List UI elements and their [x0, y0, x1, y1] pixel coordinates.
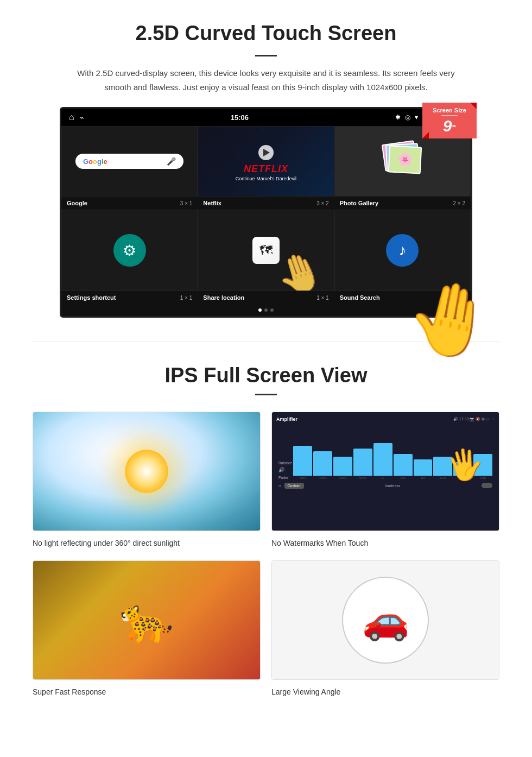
- section-curved-touch-screen: 2.5D Curved Touch Screen With 2.5D curve…: [0, 0, 532, 336]
- gallery-label: Photo Gallery 2 × 2: [334, 197, 471, 210]
- amp-title: Amplifier: [276, 417, 297, 422]
- features-grid: No light reflecting under 360° direct su…: [33, 412, 499, 698]
- share-app-size: 1 × 1: [316, 295, 329, 301]
- netflix-play-button[interactable]: [258, 145, 274, 160]
- google-logo: Google: [83, 157, 107, 166]
- section-separator: [33, 342, 499, 342]
- bluetooth-icon: ✱: [395, 113, 401, 121]
- app-labels-row-2: Settings shortcut 1 × 1 Share location 1…: [61, 291, 471, 304]
- share-app-name: Share location: [203, 294, 244, 301]
- sound-label: Sound Search 1 × 1: [334, 291, 471, 304]
- car-circle: 🚗: [342, 577, 429, 664]
- car-display: 🚗: [272, 561, 499, 679]
- status-time: 15:06: [231, 113, 249, 122]
- car-top-view-icon: 🚗: [362, 598, 409, 642]
- netflix-app-name: Netflix: [203, 200, 221, 206]
- gear-icon: ⚙: [123, 242, 136, 260]
- car-label: Large Viewing Angle: [271, 685, 499, 698]
- dot-3: [270, 308, 274, 312]
- badge-size: 9: [443, 117, 452, 135]
- google-search-bar[interactable]: Google 🎤: [75, 154, 183, 169]
- settings-icon-circle: ⚙: [113, 234, 146, 267]
- netflix-label: Netflix 3 × 2: [198, 197, 334, 210]
- device-mockup: Screen Size 9" ⌂ ⌁ 15:06 ✱ ◎ ▾ 📷 🔊 ⊠: [60, 107, 472, 318]
- sun-bright: [125, 450, 168, 493]
- amplifier-display: Amplifier 🔊 17:33 📷 🔇 ⊠ ▭ → Balance 🔊 Fa…: [272, 412, 499, 531]
- netflix-app-size: 3 × 2: [316, 200, 329, 206]
- settings-app-name: Settings shortcut: [67, 294, 116, 301]
- badge-divider: [441, 115, 458, 116]
- status-left: ⌂ ⌁: [69, 112, 84, 122]
- cheetah-emoji: 🐆: [119, 595, 174, 646]
- settings-app-size: 1 × 1: [180, 295, 193, 301]
- sound-app-size: 1 × 1: [453, 295, 465, 301]
- settings-label: Settings shortcut 1 × 1: [61, 291, 198, 304]
- loudness-label: loudness: [385, 484, 400, 488]
- car-image: 🚗: [271, 560, 499, 680]
- dot-1: [258, 308, 262, 312]
- section-ips-full-screen: IPS Full Screen View No light reflecting…: [0, 348, 532, 709]
- cheetah-image: 🐆: [33, 560, 261, 680]
- gps-icon: ◎: [405, 113, 410, 121]
- wifi-icon: ▾: [415, 113, 418, 121]
- usb-icon: ⌁: [80, 113, 84, 122]
- amp-header: Amplifier 🔊 17:33 📷 🔇 ⊠ ▭ →: [276, 417, 495, 422]
- share-label: Share location 1 × 1: [198, 291, 334, 304]
- google-label: Google 3 × 1: [61, 197, 198, 210]
- gallery-app-name: Photo Gallery: [340, 200, 379, 206]
- badge-unit: ": [452, 124, 457, 133]
- google-app-size: 3 × 1: [180, 200, 193, 206]
- play-triangle-icon: [263, 149, 270, 156]
- status-bar: ⌂ ⌁ 15:06 ✱ ◎ ▾ 📷 🔊 ⊠ ▭: [61, 109, 471, 126]
- dot-2: [264, 308, 268, 312]
- flower-icon: 🌸: [397, 152, 413, 167]
- mic-icon[interactable]: 🎤: [167, 157, 176, 166]
- cheetah-display: 🐆: [33, 561, 260, 679]
- cheetah-label: Super Fast Response: [33, 685, 261, 698]
- netflix-logo: NETFLIX: [236, 163, 296, 175]
- app-grid-bottom: ⚙ 🗺 🤚 ♪: [61, 210, 471, 291]
- app-labels-row-1: Google 3 × 1 Netflix 3 × 2 Photo Gallery…: [61, 197, 471, 210]
- hand-and-maps: 🗺 🤚: [198, 210, 333, 291]
- sunlight-label: No light reflecting under 360° direct su…: [33, 537, 261, 550]
- google-cell[interactable]: Google 🎤: [61, 126, 198, 197]
- section1-title: 2.5D Curved Touch Screen: [33, 22, 499, 45]
- photo-card-3: 🌸: [388, 145, 422, 174]
- badge-corner-tr: [470, 103, 477, 109]
- photo-stack: 🌸: [381, 140, 424, 183]
- app-grid-top: Google 🎤 NETFLIX Continue Marvel's Dared…: [61, 126, 471, 197]
- google-app-name: Google: [67, 200, 87, 206]
- settings-cell[interactable]: ⚙: [61, 210, 198, 291]
- sound-app-name: Sound Search: [340, 294, 380, 301]
- pagination-dots: [61, 304, 471, 316]
- sound-icon-circle: ♪: [386, 234, 419, 267]
- share-location-cell[interactable]: 🗺 🤚: [198, 210, 334, 291]
- maps-g-icon: 🗺: [259, 243, 273, 258]
- amp-status: 🔊 17:33 📷 🔇 ⊠ ▭ →: [453, 417, 495, 421]
- feature-car: 🚗 Large Viewing Angle: [271, 560, 499, 698]
- device-screen: ⌂ ⌁ 15:06 ✱ ◎ ▾ 📷 🔊 ⊠ ▭: [60, 107, 472, 318]
- feature-sunlight: No light reflecting under 360° direct su…: [33, 412, 261, 550]
- amplifier-image: Amplifier 🔊 17:33 📷 🔇 ⊠ ▭ → Balance 🔊 Fa…: [271, 412, 499, 531]
- feature-amplifier: Amplifier 🔊 17:33 📷 🔇 ⊠ ▭ → Balance 🔊 Fa…: [271, 412, 499, 550]
- music-note-icon: ♪: [398, 242, 406, 259]
- gallery-app-size: 2 × 2: [453, 200, 465, 206]
- sunlight-glow: [33, 412, 260, 531]
- section2-divider: [255, 394, 277, 395]
- netflix-subtitle: Continue Marvel's Daredevil: [236, 176, 296, 181]
- netflix-content: NETFLIX Continue Marvel's Daredevil: [236, 142, 296, 181]
- badge-label: Screen Size: [428, 107, 471, 113]
- feature-cheetah: 🐆 Super Fast Response: [33, 560, 261, 698]
- loudness-toggle[interactable]: [482, 483, 492, 488]
- netflix-cell[interactable]: NETFLIX Continue Marvel's Daredevil: [198, 126, 334, 197]
- badge-corner-bl: [422, 132, 429, 138]
- section2-title: IPS Full Screen View: [33, 364, 499, 387]
- section1-description: With 2.5D curved-display screen, this de…: [76, 66, 456, 94]
- amplifier-label: No Watermarks When Touch: [271, 537, 499, 550]
- screen-size-badge: Screen Size 9": [422, 103, 477, 138]
- custom-button[interactable]: Custom: [284, 483, 304, 489]
- home-icon[interactable]: ⌂: [69, 112, 74, 122]
- sound-search-cell[interactable]: ♪: [334, 210, 471, 291]
- title-divider: [255, 55, 277, 56]
- sunlight-image: [33, 412, 261, 531]
